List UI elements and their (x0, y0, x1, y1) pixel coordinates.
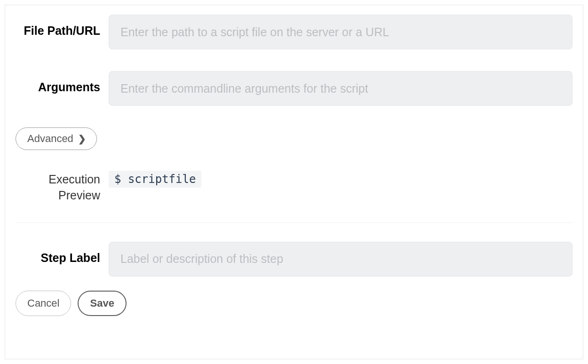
file-path-label: File Path/URL (24, 24, 100, 37)
file-path-label-col: File Path/URL (16, 15, 109, 39)
step-label-row: Step Label (16, 242, 572, 277)
file-path-row: File Path/URL (16, 15, 572, 49)
save-button[interactable]: Save (78, 291, 126, 316)
advanced-button[interactable]: Advanced ❯ (16, 127, 97, 150)
file-path-input-col (109, 15, 572, 49)
step-label-label-col: Step Label (16, 242, 109, 266)
file-path-input[interactable] (109, 15, 572, 49)
execution-preview-code: $ scriptfile (109, 171, 201, 188)
arguments-label: Arguments (38, 80, 100, 94)
advanced-row: Advanced ❯ (16, 127, 572, 150)
execution-preview-label-col: Execution Preview (16, 170, 109, 204)
chevron-right-icon: ❯ (78, 134, 86, 143)
execution-preview-row: Execution Preview $ scriptfile (16, 170, 572, 204)
arguments-label-col: Arguments (16, 71, 109, 95)
execution-preview-col: $ scriptfile (109, 170, 572, 188)
step-label-label: Step Label (41, 251, 100, 264)
arguments-row: Arguments (16, 71, 572, 106)
execution-preview-label: Execution Preview (16, 172, 100, 204)
button-row: Cancel Save (16, 291, 572, 316)
step-label-input[interactable] (109, 242, 572, 277)
divider (16, 222, 572, 223)
arguments-input[interactable] (109, 71, 572, 106)
arguments-input-col (109, 71, 572, 106)
form-panel: File Path/URL Arguments Advanced ❯ Execu… (5, 5, 583, 359)
step-label-input-col (109, 242, 572, 277)
cancel-button[interactable]: Cancel (16, 291, 71, 316)
advanced-button-label: Advanced (27, 133, 73, 145)
